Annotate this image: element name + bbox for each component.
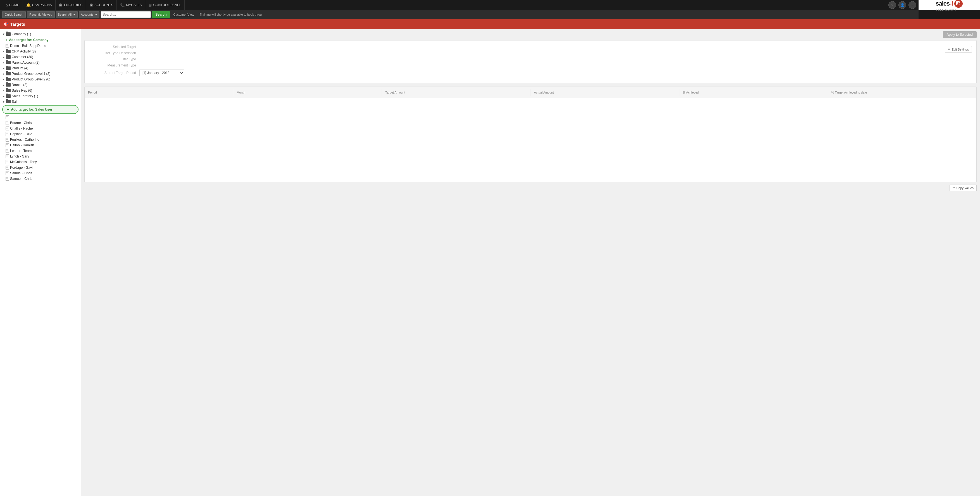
right-content: Apply to Selected Selected Target Filter…	[81, 29, 980, 496]
apply-target-button[interactable]: Apply to Selected	[943, 31, 977, 38]
challis-rachel-doc-icon	[6, 127, 9, 130]
logo-area: sales-i SELL SMART	[918, 0, 980, 10]
search-all-dropdown[interactable]: Search All ▼	[56, 11, 78, 18]
bourne-chris-doc-icon	[6, 121, 9, 125]
sales-territory-toggle-icon: ►	[2, 95, 5, 98]
help-button[interactable]: ?	[888, 1, 896, 9]
product-folder-icon	[6, 67, 11, 70]
samuel-chris-2-label: Samuel - Chris	[10, 177, 32, 181]
campaigns-icon: 🔔	[26, 3, 31, 7]
tree-item-product[interactable]: ► Product (4)	[0, 65, 81, 71]
filter-type-desc-label: Filter Type Description	[89, 51, 139, 55]
start-period-select[interactable]: [1] January - 2018	[139, 70, 184, 76]
targets-icon: 🎯	[3, 22, 8, 26]
tree-item-pordage-gavin[interactable]: Pordage - Gavin	[0, 165, 81, 170]
search-input[interactable]	[100, 11, 151, 18]
start-period-label: Start of Target Period	[89, 71, 139, 75]
logout-button[interactable]: →	[908, 1, 916, 9]
quick-search-button[interactable]: Quick Search	[2, 11, 26, 18]
data-table: Period Month Target Amount Actual Amount…	[84, 87, 977, 182]
user-button[interactable]: 👤	[899, 1, 906, 9]
tree-item-blank-user[interactable]	[0, 114, 81, 120]
tree-item-bourne-chris[interactable]: Bourne - Chris	[0, 120, 81, 126]
nav-mycalls-label: MYCALLS	[126, 3, 142, 7]
measurement-type-label: Measurement Type	[89, 64, 139, 67]
leader-team-doc-icon	[6, 149, 9, 153]
accounts-chevron-icon: ▼	[94, 13, 97, 16]
search-all-label: Search All	[58, 13, 72, 16]
page-title: Targets	[10, 22, 25, 27]
edit-settings-label: Edit Settings	[951, 48, 969, 51]
form-row-selected-target: Selected Target	[89, 45, 945, 49]
form-row-measurement-type: Measurement Type	[89, 64, 945, 67]
tree-item-product-group-1[interactable]: ► Product Group Level 1 (2)	[0, 71, 81, 76]
top-nav: ⌂ HOME 🔔 CAMPAIGNS 🏛 ENQUIRIES 🏛 ACCOUNT…	[0, 0, 918, 10]
product-group-2-folder-icon	[6, 78, 11, 81]
accounts-icon: 🏛	[89, 3, 93, 7]
th-target-amount: Target Amount	[382, 89, 530, 96]
accounts-dropdown[interactable]: Accounts ▼	[79, 11, 99, 18]
tree-item-company[interactable]: ▼ Company (1)	[0, 31, 81, 37]
nav-enquiries[interactable]: 🏛 ENQUIRIES	[56, 0, 86, 10]
nav-mycalls[interactable]: 📞 MYCALLS	[117, 0, 145, 10]
samuel-chris-2-doc-icon	[6, 177, 9, 181]
search-links: Customer View Training will shortly be a…	[173, 13, 262, 16]
mcguiness-tony-label: McGuiness - Tony	[10, 160, 37, 164]
nav-enquiries-label: ENQUIRIES	[64, 3, 83, 7]
nav-control-panel-label: CONTROL PANEL	[153, 3, 181, 7]
copy-values-button[interactable]: ✏ Copy Values	[950, 184, 977, 191]
form-row-start-period: Start of Target Period [1] January - 201…	[89, 70, 945, 76]
company-folder-icon	[6, 32, 11, 36]
tree-item-samuel-chris-2[interactable]: Samuel - Chris	[0, 176, 81, 181]
edit-settings-pencil-icon: ✏	[948, 48, 950, 51]
customer-view-link[interactable]: Customer View	[173, 13, 194, 16]
mcguiness-tony-doc-icon	[6, 160, 9, 164]
bottom-bar: ✏ Copy Values	[81, 182, 980, 193]
enquiries-icon: 🏛	[59, 3, 62, 7]
tree-item-crm[interactable]: ► CRM Activity (8)	[0, 49, 81, 54]
tree-item-sales-rep[interactable]: ► Sales Rep (6)	[0, 88, 81, 93]
tree-item-leader-team[interactable]: Leader - Team	[0, 148, 81, 154]
demo-doc-icon	[6, 44, 9, 48]
tree-item-sales-territory[interactable]: ► Sales Territory (1)	[0, 93, 81, 99]
customer-toggle-icon: ►	[2, 56, 5, 59]
product-group-2-toggle-icon: ►	[2, 78, 5, 81]
tree-item-add-company[interactable]: + Add target for: Company	[0, 37, 81, 43]
tree-item-foulkes-catherine[interactable]: Foulkes - Catherine	[0, 137, 81, 142]
company-toggle-icon: ▼	[2, 33, 5, 36]
form-row-filter-type: Filter Type	[89, 57, 945, 61]
mycalls-icon: 📞	[120, 3, 125, 7]
selected-target-label: Selected Target	[89, 45, 139, 49]
tree-item-branch[interactable]: ► Branch (2)	[0, 82, 81, 88]
bourne-chris-label: Bourne - Chris	[10, 121, 32, 125]
th-actual-amount: Actual Amount	[531, 89, 679, 96]
tree-item-halton-hamish[interactable]: Halton - Hamish	[0, 142, 81, 148]
tree-item-challis-rachel[interactable]: Challis - Rachel	[0, 126, 81, 131]
table-header: Period Month Target Amount Actual Amount…	[84, 87, 976, 98]
tree-item-lynch-gary[interactable]: Lynch - Gary	[0, 154, 81, 159]
search-button[interactable]: Search	[152, 11, 170, 18]
product-toggle-icon: ►	[2, 67, 5, 70]
logo-icon	[954, 0, 963, 8]
tree-item-product-group-2[interactable]: ► Product Group Level 2 (0)	[0, 76, 81, 82]
crm-folder-icon	[6, 50, 11, 53]
tree-item-parent-account[interactable]: ► Parent Account (2)	[0, 60, 81, 65]
challis-rachel-label: Challis - Rachel	[10, 127, 33, 130]
tree-item-customer[interactable]: ► Customer (30)	[0, 54, 81, 60]
tree-item-copland-ollie[interactable]: Copland - Ollie	[0, 131, 81, 137]
recently-viewed-button[interactable]: Recently Viewed	[27, 11, 55, 18]
nav-accounts[interactable]: 🏛 ACCOUNTS	[86, 0, 117, 10]
sales-rep-folder-icon	[6, 89, 11, 92]
tree-item-sales-user-parent[interactable]: ▼ Sal...	[0, 99, 81, 105]
nav-control-panel[interactable]: ⊞ CONTROL PANEL	[145, 0, 185, 10]
edit-settings-button[interactable]: ✏ Edit Settings	[945, 46, 972, 52]
control-panel-icon: ⊞	[149, 3, 152, 7]
search-all-chevron-icon: ▼	[73, 13, 76, 16]
tree-item-mcguiness-tony[interactable]: McGuiness - Tony	[0, 159, 81, 165]
tree-item-samuel-chris-1[interactable]: Samuel - Chris	[0, 170, 81, 176]
nav-home[interactable]: ⌂ HOME	[2, 0, 23, 10]
add-sales-user-button[interactable]: + Add target for: Sales User	[2, 105, 78, 114]
add-company-plus-icon: +	[6, 38, 8, 42]
nav-campaigns[interactable]: 🔔 CAMPAIGNS	[23, 0, 56, 10]
tree-item-demo[interactable]: Demo - BuildSuppDemo	[0, 43, 81, 49]
